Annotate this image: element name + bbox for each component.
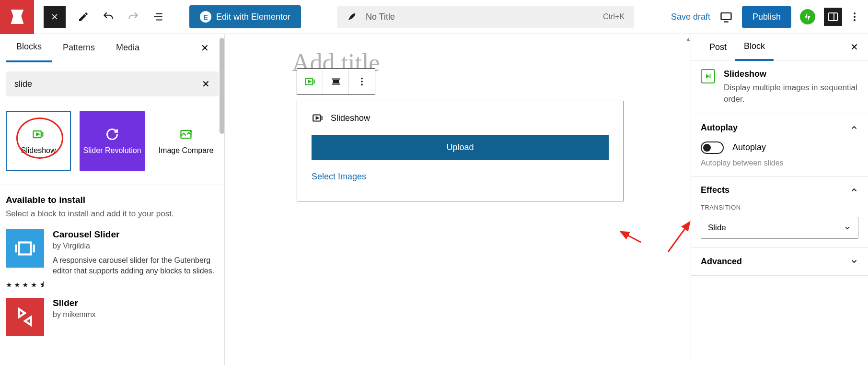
install-item-carousel-slider[interactable]: Carousel Slider by Virgildia A responsiv… (6, 229, 219, 277)
transition-label: TRANSITION (701, 204, 858, 211)
install-author: by mikemmx (53, 310, 219, 319)
site-logo[interactable] (0, 0, 34, 34)
select-images-link[interactable]: Select Images (312, 172, 366, 182)
star-rating: ★ ★ ★ ★ ⯨ (6, 281, 219, 289)
autoplay-toggle[interactable] (701, 141, 724, 154)
annotation-arrow (617, 228, 646, 247)
more-block-options-icon[interactable] (349, 69, 375, 94)
publish-button[interactable]: Publish (742, 6, 791, 28)
carousel-slider-thumb (6, 229, 44, 268)
block-type-icon[interactable] (297, 69, 323, 94)
install-text: A responsive carousel slider for the Gut… (53, 255, 219, 277)
save-draft-button[interactable]: Save draft (671, 12, 710, 22)
svg-point-11 (361, 81, 363, 82)
svg-line-14 (621, 232, 641, 242)
install-author: by Virgildia (53, 242, 219, 250)
svg-point-4 (854, 19, 856, 21)
feather-icon (347, 12, 357, 22)
chevron-down-icon (850, 257, 858, 266)
install-desc: Select a block to install and add it to … (6, 209, 219, 219)
block-slider-revolution[interactable]: Slider Revolution (80, 111, 145, 171)
tab-patterns[interactable]: Patterns (52, 34, 105, 61)
canvas-scrollbar[interactable]: ▲ (686, 36, 691, 362)
slideshow-icon (701, 69, 715, 83)
toggle-label: Autoplay (732, 142, 766, 153)
block-label: Slideshow (19, 146, 58, 156)
slideshow-icon (31, 127, 46, 142)
svg-point-3 (854, 16, 856, 18)
install-name: Slider (53, 298, 219, 308)
undo-icon[interactable] (101, 10, 116, 24)
redo-icon[interactable] (126, 10, 140, 24)
tab-post[interactable]: Post (701, 35, 735, 60)
edit-with-elementor-button[interactable]: E Edit with Elementor (189, 5, 301, 28)
slideshow-icon (312, 112, 324, 124)
tab-block[interactable]: Block (735, 34, 774, 61)
elementor-label: Edit with Elementor (216, 12, 290, 22)
install-title: Available to install (6, 195, 219, 205)
elementor-icon: E (200, 11, 211, 23)
install-body: Carousel Slider by Virgildia A responsiv… (53, 229, 219, 277)
block-search[interactable]: ✕ (6, 71, 219, 96)
settings-sidebar: Post Block ✕ Slideshow Display multiple … (691, 34, 868, 365)
blocks-grid: Slideshow Slider Revolution Image Compar… (0, 102, 224, 185)
panel-effects: Effects TRANSITION Slide (691, 177, 868, 248)
slideshow-label: Slideshow (331, 113, 370, 123)
available-to-install: Available to install Select a block to i… (0, 185, 224, 357)
panel-header-effects[interactable]: Effects (701, 185, 858, 195)
panel-autoplay: Autoplay Autoplay Autoplay between slide… (691, 114, 868, 177)
panel-header-advanced[interactable]: Advanced (701, 257, 858, 267)
inserter-panel: Blocks Patterns Media ✕ ✕ Slideshow Slid… (0, 34, 225, 365)
slideshow-placeholder: Slideshow Upload Select Images (297, 101, 624, 201)
document-title-bar[interactable]: No Title Ctrl+K (337, 6, 634, 28)
close-inserter-button[interactable] (44, 6, 66, 28)
slider-revolution-icon (104, 127, 120, 142)
block-desc: Display multiple images in sequential or… (724, 82, 858, 105)
panel-advanced: Advanced (691, 248, 868, 276)
slideshow-header: Slideshow (312, 112, 609, 124)
block-toolbar (297, 68, 375, 95)
settings-sidebar-toggle[interactable] (824, 8, 842, 26)
upload-button[interactable]: Upload (312, 135, 609, 160)
install-name: Carousel Slider (53, 229, 219, 240)
svg-rect-1 (829, 13, 837, 21)
tab-blocks[interactable]: Blocks (6, 33, 52, 62)
toolbar-right: Save draft Publish (671, 6, 868, 28)
edit-icon[interactable] (76, 10, 91, 24)
panel-header-autoplay[interactable]: Autoplay (701, 123, 858, 133)
svg-point-2 (854, 12, 856, 14)
chevron-up-icon (850, 186, 858, 194)
settings-tabs: Post Block ✕ (691, 34, 868, 60)
block-image-compare[interactable]: Image Compare (153, 111, 219, 171)
clear-search-icon[interactable]: ✕ (202, 78, 210, 90)
align-icon[interactable] (323, 69, 349, 94)
shortcut-hint: Ctrl+K (603, 12, 625, 21)
close-icon[interactable]: ✕ (201, 42, 209, 54)
svg-rect-7 (19, 243, 31, 255)
more-options-icon[interactable] (851, 11, 858, 23)
top-toolbar: E Edit with Elementor No Title Ctrl+K Sa… (0, 0, 868, 34)
block-info: Slideshow Display multiple images in seq… (691, 60, 868, 114)
document-overview-icon[interactable] (151, 10, 165, 24)
transition-select[interactable]: Slide (701, 217, 858, 239)
block-slideshow[interactable]: Slideshow (6, 111, 71, 171)
toggle-desc: Autoplay between slides (701, 159, 858, 167)
document-title: No Title (366, 12, 603, 22)
close-sidebar-icon[interactable]: ✕ (850, 41, 858, 53)
preview-icon[interactable] (719, 10, 733, 24)
select-value: Slide (708, 223, 726, 233)
block-label: Slider Revolution (81, 146, 143, 156)
jetpack-icon[interactable] (800, 9, 815, 24)
block-label: Image Compare (157, 146, 216, 156)
main-layout: Blocks Patterns Media ✕ ✕ Slideshow Slid… (0, 34, 868, 365)
svg-point-10 (361, 78, 363, 80)
install-body: Slider by mikemmx (53, 298, 219, 336)
slider-thumb (6, 298, 44, 336)
tab-media[interactable]: Media (105, 34, 150, 61)
svg-rect-9 (333, 81, 338, 82)
svg-point-12 (361, 84, 363, 86)
chevron-down-icon (844, 224, 851, 232)
install-item-slider[interactable]: Slider by mikemmx (6, 298, 219, 336)
block-title: Slideshow (724, 69, 858, 79)
search-input[interactable] (14, 79, 202, 89)
